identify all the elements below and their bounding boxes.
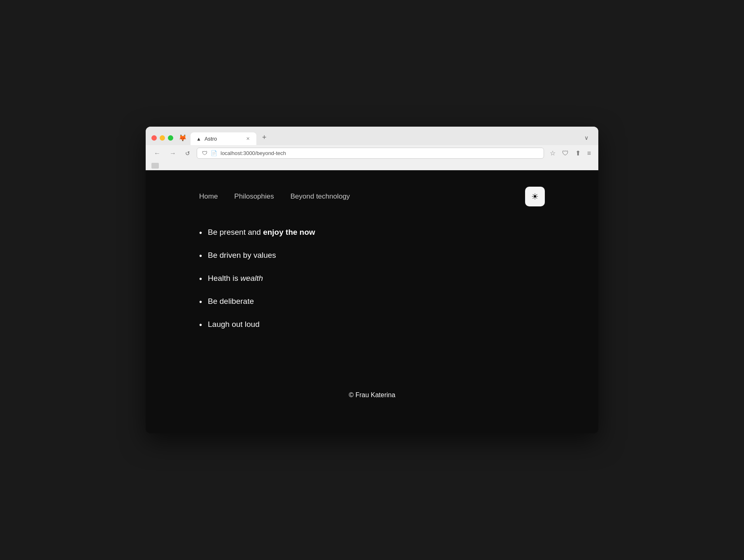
nav-links: Home Philosophies Beyond technology (199, 192, 525, 201)
new-tab-button[interactable]: + (258, 131, 271, 144)
list-item-text-1: Be present and enjoy the now (208, 227, 315, 238)
address-actions: ☆ 🛡 ⬆ ≡ (548, 148, 593, 159)
tab-dropdown-button[interactable]: ∨ (580, 132, 593, 143)
tab-title: Astro (205, 136, 242, 142)
browser-chrome: 🦊 ▲ Astro ✕ + ∨ ← → ↺ 🛡 📄 localhost:3000… (146, 127, 598, 170)
title-bar: 🦊 ▲ Astro ✕ + ∨ (146, 127, 598, 145)
nav-philosophies[interactable]: Philosophies (234, 192, 274, 201)
copyright-text: © Frau Katerina (349, 391, 395, 398)
tab-bar: ▲ Astro ✕ + ∨ (191, 131, 593, 145)
bold-enjoy-now: enjoy the now (263, 228, 315, 236)
back-button[interactable]: ← (151, 148, 163, 159)
minimize-traffic-light[interactable] (160, 135, 165, 141)
pocket-button[interactable]: 🛡 (560, 148, 570, 159)
list-item-text-4: Be deliberate (208, 296, 254, 307)
browser-window: 🦊 ▲ Astro ✕ + ∨ ← → ↺ 🛡 📄 localhost:3000… (146, 127, 598, 433)
page-content: Home Philosophies Beyond technology ☀ • … (146, 170, 598, 433)
forward-button[interactable]: → (167, 148, 179, 159)
traffic-lights (151, 135, 173, 141)
list-item: • Be present and enjoy the now (199, 227, 545, 238)
italic-wealth: wealth (240, 274, 263, 282)
bookmarks-bar (146, 161, 598, 170)
bullet-icon: • (199, 250, 202, 261)
list-item: • Be driven by values (199, 250, 545, 261)
bullet-icon: • (199, 296, 202, 308)
close-traffic-light[interactable] (151, 135, 157, 141)
site-footer: © Frau Katerina (146, 367, 598, 415)
bookmark-item (151, 163, 159, 169)
sun-icon: ☀ (531, 192, 539, 201)
menu-button[interactable]: ≡ (586, 148, 593, 159)
list-item-text-2: Be driven by values (208, 250, 276, 261)
list-item: • Be deliberate (199, 296, 545, 308)
list-item-text-3: Health is wealth (208, 273, 263, 284)
tab-favicon: ▲ (196, 136, 201, 142)
nav-home[interactable]: Home (199, 192, 218, 201)
list-item-text-5: Laugh out loud (208, 319, 260, 330)
bookmark-star-button[interactable]: ☆ (548, 148, 557, 159)
active-tab[interactable]: ▲ Astro ✕ (191, 132, 256, 145)
url-text: localhost:3000/beyond-tech (221, 150, 286, 156)
maximize-traffic-light[interactable] (168, 135, 173, 141)
nav-beyond-technology[interactable]: Beyond technology (291, 192, 350, 201)
reload-button[interactable]: ↺ (183, 148, 193, 158)
bullet-icon: • (199, 273, 202, 285)
firefox-icon: 🦊 (179, 134, 186, 142)
list-item: • Health is wealth (199, 273, 545, 285)
bullet-icon: • (199, 319, 202, 331)
theme-toggle-button[interactable]: ☀ (525, 187, 545, 206)
share-button[interactable]: ⬆ (574, 148, 582, 159)
site-nav: Home Philosophies Beyond technology ☀ (146, 170, 598, 219)
list-item: • Laugh out loud (199, 319, 545, 331)
security-shield-icon: 🛡 (202, 150, 207, 156)
main-content: • Be present and enjoy the now • Be driv… (146, 219, 598, 367)
tab-close-button[interactable]: ✕ (245, 135, 251, 142)
page-icon: 📄 (211, 150, 217, 156)
philosophy-list: • Be present and enjoy the now • Be driv… (199, 227, 545, 331)
address-field[interactable]: 🛡 📄 localhost:3000/beyond-tech (197, 148, 544, 159)
address-bar-row: ← → ↺ 🛡 📄 localhost:3000/beyond-tech ☆ 🛡… (146, 145, 598, 161)
bullet-icon: • (199, 227, 202, 238)
